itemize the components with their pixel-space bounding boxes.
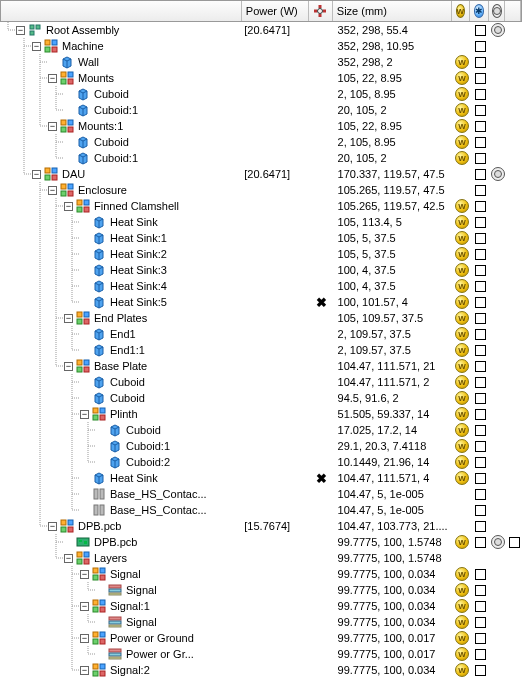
tree-row[interactable]: Cuboid:120, 105, 2W <box>0 102 522 118</box>
tree-row[interactable]: Base_HS_Contac...104.47, 5, 1e-005 <box>0 486 522 502</box>
tree-row[interactable]: Wall352, 298, 2W <box>0 54 522 70</box>
expander[interactable]: − <box>32 170 41 179</box>
expander[interactable]: − <box>48 522 57 531</box>
material-badge[interactable]: W <box>455 295 469 309</box>
material-badge[interactable]: W <box>455 135 469 149</box>
tree-row[interactable]: −Signal:199.7775, 100, 0.034W <box>0 598 522 614</box>
column-source-icon[interactable] <box>309 1 333 21</box>
tree-row[interactable]: Power or Gr...99.7775, 100, 0.017W <box>0 646 522 662</box>
tree-row[interactable]: Cuboid:120, 105, 2W <box>0 150 522 166</box>
material-badge[interactable]: W <box>455 247 469 261</box>
expander[interactable]: − <box>80 570 89 579</box>
expander[interactable]: − <box>16 26 25 35</box>
tree-row[interactable]: Cuboid94.5, 91.6, 2W <box>0 390 522 406</box>
checkbox[interactable] <box>475 585 486 596</box>
tree-row[interactable]: −Signal99.7775, 100, 0.034W <box>0 566 522 582</box>
tree-row[interactable]: Heat Sink:2105, 5, 37.5W <box>0 246 522 262</box>
checkbox[interactable] <box>475 297 486 308</box>
tree-row[interactable]: Heat Sink:1105, 5, 37.5W <box>0 230 522 246</box>
checkbox[interactable] <box>475 649 486 660</box>
checkbox[interactable] <box>475 89 486 100</box>
checkbox[interactable] <box>475 265 486 276</box>
expander[interactable]: − <box>32 42 41 51</box>
tree-row[interactable]: −Mounts:1105, 22, 8.95W <box>0 118 522 134</box>
tree-row[interactable]: −Base Plate104.47, 111.571, 21W <box>0 358 522 374</box>
material-badge[interactable]: W <box>455 663 469 677</box>
tree-row[interactable]: Heat Sink:4100, 4, 37.5W <box>0 278 522 294</box>
material-badge[interactable]: W <box>455 599 469 613</box>
material-badge[interactable]: W <box>455 439 469 453</box>
tree-row[interactable]: −DAU[20.6471]170.337, 119.57, 47.5 <box>0 166 522 182</box>
material-badge[interactable]: W <box>455 71 469 85</box>
checkbox[interactable] <box>475 473 486 484</box>
checkbox[interactable] <box>475 185 486 196</box>
tree-row[interactable]: −Mounts105, 22, 8.95W <box>0 70 522 86</box>
tree-row[interactable]: −Plinth51.505, 59.337, 14W <box>0 406 522 422</box>
material-badge[interactable]: W <box>455 119 469 133</box>
checkbox[interactable] <box>475 665 486 676</box>
material-badge[interactable]: W <box>455 455 469 469</box>
expander[interactable]: − <box>80 666 89 675</box>
checkbox[interactable] <box>475 441 486 452</box>
material-badge[interactable]: W <box>455 343 469 357</box>
checkbox[interactable] <box>509 537 520 548</box>
tree-row[interactable]: Heat Sink105, 113.4, 5W <box>0 214 522 230</box>
tree-row[interactable]: −Layers99.7775, 100, 1.5748 <box>0 550 522 566</box>
tree-row[interactable]: Cuboid:129.1, 20.3, 7.4118W <box>0 438 522 454</box>
material-badge[interactable]: W <box>455 359 469 373</box>
tree-row[interactable]: −Finned Clamshell105.265, 119.57, 42.5W <box>0 198 522 214</box>
target-badge[interactable] <box>491 535 505 549</box>
material-badge[interactable]: W <box>455 375 469 389</box>
material-badge[interactable]: W <box>455 279 469 293</box>
checkbox[interactable] <box>475 105 486 116</box>
tree-row[interactable]: Cuboid17.025, 17.2, 14W <box>0 422 522 438</box>
expander[interactable]: − <box>64 362 73 371</box>
material-badge[interactable]: W <box>455 87 469 101</box>
expander[interactable]: − <box>48 74 57 83</box>
tree-row[interactable]: Cuboid:210.1449, 21.96, 14W <box>0 454 522 470</box>
tree-row[interactable]: −Enclosure105.265, 119.57, 47.5 <box>0 182 522 198</box>
expander[interactable]: − <box>64 202 73 211</box>
column-check2[interactable] <box>489 1 505 21</box>
tree-row[interactable]: End12, 109.57, 37.5W <box>0 326 522 342</box>
expander[interactable]: − <box>80 602 89 611</box>
checkbox[interactable] <box>475 73 486 84</box>
checkbox[interactable] <box>475 393 486 404</box>
checkbox[interactable] <box>475 601 486 612</box>
checkbox[interactable] <box>475 57 486 68</box>
material-badge[interactable]: W <box>455 151 469 165</box>
expander[interactable]: − <box>48 122 57 131</box>
material-badge[interactable]: W <box>455 631 469 645</box>
material-badge[interactable]: W <box>455 327 469 341</box>
expander[interactable]: − <box>64 554 73 563</box>
checkbox[interactable] <box>475 409 486 420</box>
checkbox[interactable] <box>475 633 486 644</box>
checkbox[interactable] <box>475 121 486 132</box>
checkbox[interactable] <box>475 569 486 580</box>
checkbox[interactable] <box>475 489 486 500</box>
expander[interactable]: − <box>64 314 73 323</box>
tree-row[interactable]: Signal99.7775, 100, 0.034W <box>0 582 522 598</box>
material-badge[interactable]: W <box>455 583 469 597</box>
checkbox[interactable] <box>475 425 486 436</box>
column-name[interactable] <box>1 1 242 21</box>
material-badge[interactable]: W <box>455 103 469 117</box>
material-badge[interactable]: W <box>455 215 469 229</box>
target-badge[interactable] <box>491 167 505 181</box>
checkbox[interactable] <box>475 137 486 148</box>
material-badge[interactable]: W <box>455 391 469 405</box>
column-power[interactable]: Power (W) <box>242 1 309 21</box>
material-badge[interactable]: W <box>455 311 469 325</box>
tree-row[interactable]: Heat Sink:3100, 4, 37.5W <box>0 262 522 278</box>
column-material[interactable]: W <box>452 1 470 21</box>
tree-row[interactable]: Cuboid2, 105, 8.95W <box>0 86 522 102</box>
checkbox[interactable] <box>475 361 486 372</box>
tree-row[interactable]: Cuboid2, 105, 8.95W <box>0 134 522 150</box>
tree-row[interactable]: −Signal:299.7775, 100, 0.034W <box>0 662 522 678</box>
material-badge[interactable]: W <box>455 423 469 437</box>
tree-row[interactable]: −DPB.pcb[15.7674]104.47, 103.773, 21.... <box>0 518 522 534</box>
checkbox[interactable] <box>475 537 486 548</box>
tree-row[interactable]: −Root Assembly[20.6471]352, 298, 55.4 <box>0 22 522 38</box>
checkbox[interactable] <box>475 617 486 628</box>
checkbox[interactable] <box>475 153 486 164</box>
